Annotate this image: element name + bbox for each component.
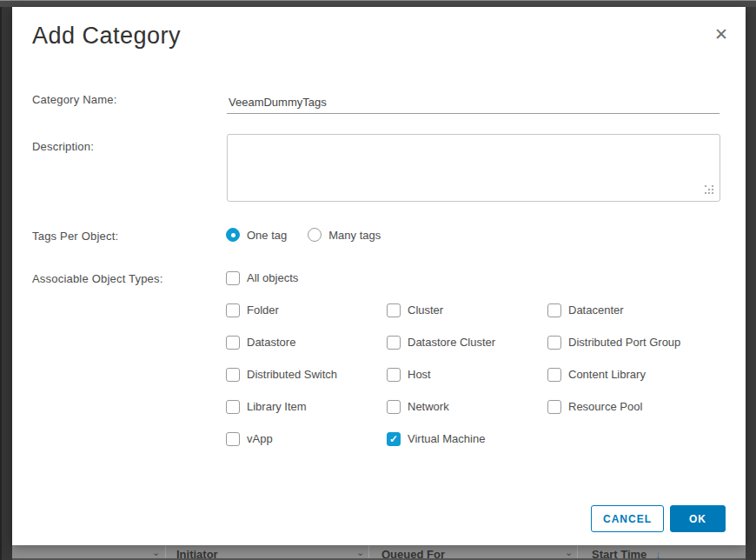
column-header-initiator: Initiator bbox=[176, 548, 218, 560]
checkbox-all-objects[interactable]: ✓ All objects bbox=[226, 270, 680, 285]
close-icon[interactable]: ✕ bbox=[714, 26, 728, 43]
checkbox-virtual-machine[interactable]: ✓ Virtual Machine bbox=[387, 431, 547, 446]
checkbox-distributed-port-group[interactable]: ✓ Distributed Port Group bbox=[547, 335, 680, 350]
radio-many-tags[interactable]: Many tags bbox=[308, 228, 381, 242]
radio-label: Many tags bbox=[328, 229, 381, 242]
screen: ⌄ Initiator ⌄ Queued For ⌄ Start Time ↓ … bbox=[0, 0, 756, 560]
chevron-down-icon: ⌄ bbox=[565, 547, 573, 558]
checkbox-box[interactable]: ✓ bbox=[547, 400, 561, 414]
category-name-label: Category Name: bbox=[32, 93, 116, 106]
add-category-dialog: Add Category ✕ Category Name: Descriptio… bbox=[12, 7, 746, 545]
checkbox-cluster[interactable]: ✓ Cluster bbox=[387, 303, 547, 317]
description-field-wrap bbox=[227, 134, 720, 202]
chevron-down-icon: ⌄ bbox=[356, 547, 364, 558]
checkbox-box[interactable]: ✓ bbox=[387, 336, 401, 350]
checkbox-datacenter[interactable]: ✓ Datacenter bbox=[547, 303, 680, 317]
category-name-input[interactable] bbox=[227, 90, 720, 114]
associable-object-types-group: ✓ All objects ✓ Folder ✓ Cluster ✓ Datac… bbox=[226, 270, 680, 446]
radio-one-tag[interactable]: One tag bbox=[226, 228, 287, 242]
checkbox-folder[interactable]: ✓ Folder bbox=[226, 303, 387, 317]
grid-empty-cell bbox=[547, 431, 680, 446]
checkbox-box[interactable]: ✓ bbox=[387, 400, 401, 414]
checkbox-library-item[interactable]: ✓ Library Item bbox=[226, 399, 387, 414]
dialog-footer: CANCEL OK bbox=[591, 505, 726, 532]
checkbox-box[interactable]: ✓ bbox=[226, 368, 240, 382]
checkbox-box[interactable]: ✓ bbox=[547, 336, 561, 350]
checkbox-datastore[interactable]: ✓ Datastore bbox=[226, 335, 387, 350]
checkbox-vapp[interactable]: ✓ vApp bbox=[226, 431, 387, 446]
column-header-start-time: Start Time bbox=[592, 548, 647, 560]
background-table-header-strip: ⌄ Initiator ⌄ Queued For ⌄ Start Time ↓ bbox=[12, 545, 746, 560]
radio-dot[interactable] bbox=[308, 228, 322, 242]
checkbox-box[interactable]: ✓ bbox=[547, 303, 561, 317]
tags-per-object-radiogroup: One tag Many tags bbox=[226, 228, 381, 242]
sort-descending-icon: ↓ bbox=[655, 548, 661, 560]
checkbox-box[interactable]: ✓ bbox=[226, 400, 240, 414]
checkbox-resource-pool[interactable]: ✓ Resource Pool bbox=[547, 399, 680, 414]
ok-button[interactable]: OK bbox=[670, 505, 726, 532]
dialog-title: Add Category bbox=[32, 23, 181, 50]
column-divider bbox=[577, 545, 578, 560]
checkbox-network[interactable]: ✓ Network bbox=[387, 399, 547, 414]
checkbox-box[interactable]: ✓ bbox=[226, 271, 240, 285]
resize-grip-icon[interactable] bbox=[705, 185, 706, 187]
column-divider bbox=[368, 545, 369, 560]
window-right-border bbox=[746, 7, 756, 560]
object-type-grid: ✓ Folder ✓ Cluster ✓ Datacenter ✓ Datast… bbox=[226, 303, 680, 446]
description-textarea[interactable] bbox=[227, 134, 720, 202]
radio-dot[interactable] bbox=[226, 228, 240, 242]
cancel-button[interactable]: CANCEL bbox=[591, 505, 664, 532]
description-label: Description: bbox=[32, 140, 94, 153]
checkbox-box[interactable]: ✓ bbox=[226, 432, 240, 446]
checkbox-host[interactable]: ✓ Host bbox=[387, 367, 547, 382]
column-divider bbox=[165, 545, 166, 560]
checkbox-box[interactable]: ✓ bbox=[387, 368, 401, 382]
window-top-border bbox=[0, 0, 756, 7]
checkbox-box[interactable]: ✓ bbox=[547, 368, 561, 382]
check-icon: ✓ bbox=[389, 434, 398, 444]
column-header-queued-for: Queued For bbox=[381, 548, 445, 560]
checkbox-datastore-cluster[interactable]: ✓ Datastore Cluster bbox=[387, 335, 547, 350]
window-left-border bbox=[0, 7, 12, 560]
associable-object-types-label: Associable Object Types: bbox=[32, 272, 163, 285]
checkbox-box[interactable]: ✓ bbox=[387, 432, 401, 446]
chevron-down-icon: ⌄ bbox=[152, 547, 160, 558]
checkbox-box[interactable]: ✓ bbox=[387, 303, 401, 317]
checkbox-content-library[interactable]: ✓ Content Library bbox=[547, 367, 680, 382]
checkbox-box[interactable]: ✓ bbox=[226, 336, 240, 350]
tags-per-object-label: Tags Per Object: bbox=[32, 230, 118, 243]
checkbox-box[interactable]: ✓ bbox=[226, 303, 240, 317]
checkbox-distributed-switch[interactable]: ✓ Distributed Switch bbox=[226, 367, 387, 382]
radio-label: One tag bbox=[247, 229, 287, 242]
